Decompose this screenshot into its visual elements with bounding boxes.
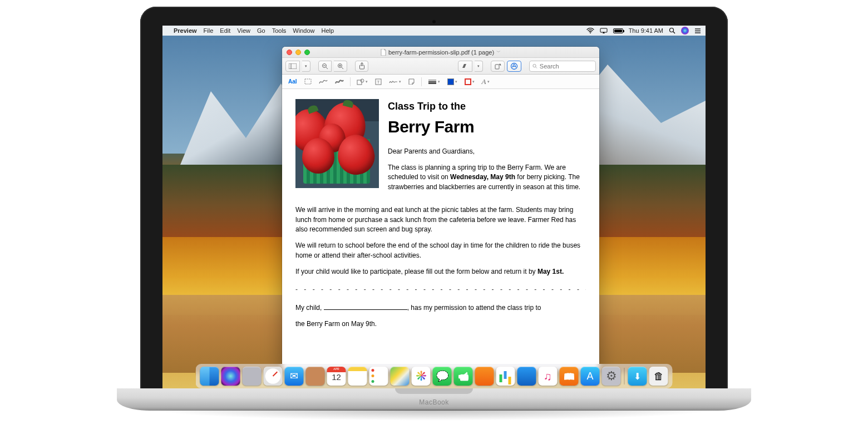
siri-icon[interactable] <box>681 27 689 34</box>
doc-title: Berry Farm <box>388 115 586 139</box>
preview-window: berry-farm-permission-slip.pdf (1 page) … <box>282 47 599 371</box>
border-color-button[interactable]: ▾ <box>462 77 477 87</box>
dock-pages[interactable] <box>475 367 494 386</box>
svg-line-11 <box>326 67 328 69</box>
sidebar-menu-button[interactable]: ▾ <box>302 61 310 72</box>
signature-button[interactable]: ▾ <box>386 77 404 87</box>
spotlight-icon[interactable] <box>669 27 675 34</box>
note-button[interactable] <box>406 77 418 87</box>
dock-trash[interactable] <box>649 367 668 386</box>
window-title: berry-farm-permission-slip.pdf (1 page) <box>388 49 494 56</box>
app-menu[interactable]: Preview <box>174 27 197 34</box>
macbook-brand: MacBook <box>419 398 449 406</box>
zoom-in-button[interactable] <box>334 61 347 72</box>
doc-subtitle: Class Trip to the <box>388 99 586 114</box>
dock-photos[interactable] <box>412 367 431 386</box>
dock-appstore[interactable] <box>581 367 600 386</box>
minimize-button[interactable] <box>295 50 301 55</box>
svg-line-21 <box>536 67 537 68</box>
name-blank[interactable] <box>324 309 407 310</box>
shapes-button[interactable]: ▾ <box>354 77 371 87</box>
menubar: Preview File Edit View Go Tools Window H… <box>162 26 706 36</box>
airplay-icon[interactable] <box>600 28 608 34</box>
dock-notes[interactable] <box>348 367 367 386</box>
doc-paragraph-2: We will arrive in the morning and eat lu… <box>295 205 586 234</box>
menu-help[interactable]: Help <box>321 27 334 34</box>
svg-rect-22 <box>305 79 311 84</box>
dock-contacts[interactable] <box>306 367 325 386</box>
svg-point-24 <box>361 79 364 82</box>
dock-itunes[interactable] <box>539 367 558 386</box>
highlight-button[interactable] <box>458 61 472 72</box>
draw-tool-button[interactable] <box>332 77 347 87</box>
search-icon <box>532 63 537 69</box>
strawberry-photo <box>295 99 379 188</box>
search-input[interactable] <box>540 63 593 70</box>
doc-paragraph-3: We will return to school before the end … <box>295 241 586 260</box>
document-viewport[interactable]: Class Trip to the Berry Farm Dear Parent… <box>282 89 599 371</box>
sidebar-toggle-button[interactable] <box>285 61 300 72</box>
dock-safari[interactable] <box>264 367 283 386</box>
menu-window[interactable]: Window <box>293 27 314 34</box>
dock-launchpad[interactable] <box>243 367 262 386</box>
dock-reminders[interactable] <box>369 367 388 386</box>
dock-siri[interactable] <box>221 367 240 386</box>
macbook-notch <box>395 388 473 394</box>
dock-messages[interactable] <box>433 367 452 386</box>
close-button[interactable] <box>287 50 292 55</box>
doc-form-line-2: the Berry Farm on May 9th. <box>295 319 586 329</box>
svg-text:T: T <box>377 80 379 85</box>
doc-paragraph-4: If your child would like to participate,… <box>295 267 586 277</box>
markup-toggle-button[interactable] <box>507 61 521 72</box>
line-style-button[interactable]: ▾ <box>425 77 443 87</box>
markup-toolbar: AaI ▾ T ▾ ▾ ▾ ▾ A▾ <box>282 75 599 89</box>
menu-view[interactable]: View <box>237 27 250 34</box>
dock-keynote[interactable] <box>517 367 536 386</box>
tear-line: - - - - - - - - - - - - - - - - - - - - … <box>295 285 586 294</box>
dock: APR <box>196 364 673 388</box>
share-button[interactable] <box>355 61 368 72</box>
dock-facetime[interactable] <box>454 367 473 386</box>
menu-edit[interactable]: Edit <box>220 27 230 34</box>
wifi-icon[interactable] <box>586 28 594 33</box>
dock-downloads[interactable] <box>628 367 647 386</box>
search-field[interactable] <box>529 61 596 72</box>
menu-tools[interactable]: Tools <box>272 27 287 34</box>
desktop[interactable]: Preview File Edit View Go Tools Window H… <box>162 26 706 391</box>
sketch-tool-button[interactable] <box>316 77 331 87</box>
dock-maps[interactable] <box>391 367 410 386</box>
battery-icon[interactable] <box>613 28 623 33</box>
svg-point-2 <box>670 28 674 32</box>
highlight-menu-button[interactable]: ▾ <box>475 61 483 72</box>
rotate-button[interactable] <box>491 61 505 72</box>
selection-tool-button[interactable] <box>302 77 314 87</box>
doc-greeting: Dear Parents and Guardians, <box>388 147 586 156</box>
dock-finder[interactable] <box>200 367 219 386</box>
dock-ibooks[interactable] <box>560 367 579 386</box>
zoom-out-button[interactable] <box>318 61 332 72</box>
title-chevron-icon[interactable]: ﹀ <box>496 49 501 55</box>
dock-mail[interactable] <box>285 367 304 386</box>
svg-rect-7 <box>289 63 297 69</box>
svg-rect-1 <box>600 28 607 32</box>
text-style-button[interactable]: AaI <box>285 77 300 87</box>
svg-line-3 <box>673 32 675 33</box>
font-button[interactable]: A▾ <box>479 77 492 87</box>
dock-numbers[interactable] <box>496 367 515 386</box>
svg-point-20 <box>533 64 536 67</box>
menu-file[interactable]: File <box>204 27 214 34</box>
fill-color-button[interactable]: ▾ <box>445 77 460 87</box>
toolbar: ▾ ▾ <box>282 58 599 75</box>
dock-calendar[interactable]: APR <box>327 367 346 386</box>
dock-system-preferences[interactable] <box>602 367 621 386</box>
notification-center-icon[interactable] <box>694 28 701 34</box>
svg-rect-18 <box>495 65 499 69</box>
fullscreen-button[interactable] <box>304 50 310 55</box>
clock[interactable]: Thu 9:41 AM <box>629 27 663 34</box>
document-icon <box>381 49 386 56</box>
doc-form-line-1: My child, , has my permission to attend … <box>295 303 586 313</box>
menu-go[interactable]: Go <box>257 27 265 34</box>
titlebar[interactable]: berry-farm-permission-slip.pdf (1 page) … <box>282 47 599 58</box>
svg-line-15 <box>342 67 343 69</box>
text-box-button[interactable]: T <box>372 77 384 87</box>
